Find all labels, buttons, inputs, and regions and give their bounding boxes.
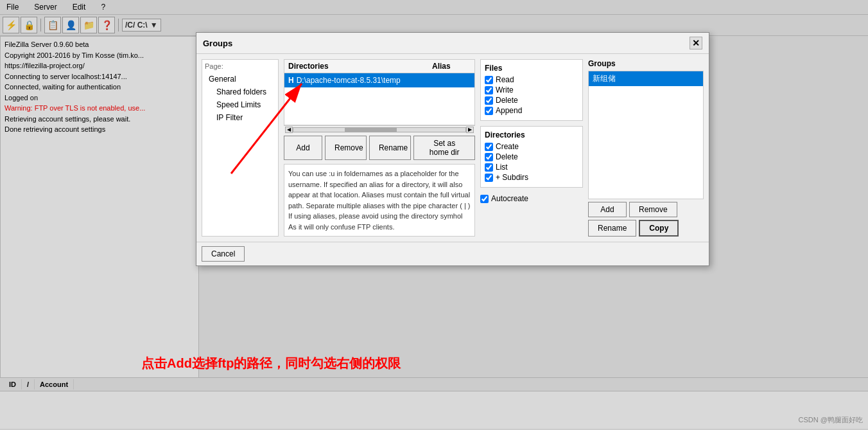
scrollbar-thumb bbox=[345, 128, 396, 132]
perms-panel: Files Read Write Delete Append bbox=[480, 59, 583, 237]
dir-col-alias-header: Alias bbox=[432, 62, 471, 71]
groups-buttons-row1: Add Remove bbox=[588, 202, 704, 217]
group-item-1[interactable]: 新组储 bbox=[589, 71, 703, 86]
perm-write-checkbox[interactable] bbox=[485, 86, 493, 94]
perm-delete-checkbox[interactable] bbox=[485, 96, 493, 105]
dir-scrollbar[interactable]: ◀ ▶ bbox=[284, 125, 475, 133]
dir-buttons: Add Remove Rename Set as home dir bbox=[284, 136, 475, 160]
scroll-right-arrow[interactable]: ▶ bbox=[466, 127, 474, 133]
nav-ip-filter[interactable]: IP Filter bbox=[205, 111, 275, 124]
files-perms-group: Files Read Write Delete Append bbox=[480, 59, 583, 121]
dir-row-1[interactable]: H D:\apache-tomcat-8.5.31\temp bbox=[284, 73, 474, 87]
groups-add-button[interactable]: Add bbox=[588, 202, 627, 217]
scroll-left-arrow[interactable]: ◀ bbox=[285, 127, 293, 133]
groups-buttons-row2: Rename Copy bbox=[588, 220, 704, 237]
nav-shared-folders-label: Shared folders bbox=[216, 87, 266, 96]
perm-delete: Delete bbox=[485, 96, 578, 105]
perm-autocreate: Autocreate bbox=[480, 194, 583, 203]
dialog-footer: Cancel bbox=[196, 242, 709, 265]
files-perms-title: Files bbox=[485, 64, 578, 73]
dir-set-home-button[interactable]: Set as home dir bbox=[413, 136, 475, 160]
nav-shared-folders[interactable]: Shared folders bbox=[205, 85, 275, 98]
dialog-close-button[interactable]: ✕ bbox=[690, 37, 702, 49]
perm-append-label: Append bbox=[496, 106, 522, 115]
groups-rename-button[interactable]: Rename bbox=[588, 220, 636, 237]
groups-dialog: Groups ✕ Page: General Shared folders Sp… bbox=[196, 32, 709, 266]
dir-rename-button[interactable]: Rename bbox=[369, 136, 411, 160]
dir-table-header: Directories Alias bbox=[284, 60, 474, 73]
perm-autocreate-checkbox[interactable] bbox=[480, 195, 489, 203]
perm-write: Write bbox=[485, 85, 578, 94]
page-label: Page: bbox=[205, 62, 275, 70]
nav-general-label: General bbox=[209, 75, 236, 84]
groups-list: 新组储 bbox=[588, 71, 704, 199]
dialog-body: Page: General Shared folders Speed Limit… bbox=[196, 54, 709, 242]
perm-read-label: Read bbox=[496, 75, 514, 84]
perm-dir-create-label: Create bbox=[496, 142, 519, 151]
dir-col-dir-header: Directories bbox=[288, 62, 432, 71]
perm-dir-create: Create bbox=[485, 142, 578, 151]
perm-append-checkbox[interactable] bbox=[485, 107, 493, 115]
dir-add-button[interactable]: Add bbox=[284, 136, 322, 160]
groups-panel: Groups 新组储 Add Remove Rename Copy bbox=[588, 59, 704, 237]
groups-remove-button[interactable]: Remove bbox=[629, 202, 677, 217]
dialog-title-label: Groups bbox=[203, 39, 232, 48]
perm-autocreate-label: Autocreate bbox=[491, 194, 528, 203]
perm-dir-subdirs-checkbox[interactable] bbox=[485, 174, 493, 182]
nav-panel: Page: General Shared folders Speed Limit… bbox=[202, 59, 279, 237]
groups-panel-title: Groups bbox=[588, 59, 704, 68]
dir-row-prefix: H bbox=[288, 76, 294, 85]
dir-hint-text: You can use :u in foldernames as a place… bbox=[288, 170, 471, 231]
nav-ip-filter-label: IP Filter bbox=[216, 113, 243, 122]
perm-dir-delete-checkbox[interactable] bbox=[485, 153, 493, 161]
scrollbar-track[interactable] bbox=[293, 127, 466, 132]
dir-remove-button[interactable]: Remove bbox=[325, 136, 367, 160]
perm-write-label: Write bbox=[496, 85, 514, 94]
perm-dir-create-checkbox[interactable] bbox=[485, 143, 493, 151]
perm-dir-list-label: List bbox=[496, 163, 508, 172]
chinese-annotation: 点击Add选择ftp的路径，同时勾选右侧的权限 bbox=[141, 355, 401, 372]
dir-table: Directories Alias H D:\apache-tomcat-8.5… bbox=[284, 59, 475, 125]
perm-read: Read bbox=[485, 75, 578, 84]
nav-speed-limits-label: Speed Limits bbox=[216, 100, 261, 109]
perm-dir-list-checkbox[interactable] bbox=[485, 163, 493, 172]
dialog-cancel-button[interactable]: Cancel bbox=[202, 246, 245, 262]
perm-dir-list: List bbox=[485, 163, 578, 172]
dir-hint: You can use :u in foldernames as a place… bbox=[284, 164, 475, 237]
nav-speed-limits[interactable]: Speed Limits bbox=[205, 98, 275, 111]
perm-dir-delete-label: Delete bbox=[496, 152, 518, 161]
perm-dir-subdirs: + Subdirs bbox=[485, 173, 578, 182]
perm-dir-delete: Delete bbox=[485, 152, 578, 161]
dir-panel: Directories Alias H D:\apache-tomcat-8.5… bbox=[284, 59, 475, 237]
perm-read-checkbox[interactable] bbox=[485, 76, 493, 84]
perm-dir-subdirs-label: + Subdirs bbox=[496, 173, 528, 182]
dialog-title-bar: Groups ✕ bbox=[196, 33, 709, 54]
perm-delete-label: Delete bbox=[496, 96, 518, 105]
perm-append: Append bbox=[485, 106, 578, 115]
dirs-perms-title: Directories bbox=[485, 130, 578, 139]
dir-row-path: D:\apache-tomcat-8.5.31\temp bbox=[297, 76, 401, 85]
nav-general[interactable]: General bbox=[205, 73, 275, 85]
groups-copy-button[interactable]: Copy bbox=[639, 220, 679, 237]
dirs-perms-group: Directories Create Delete List + Subdirs bbox=[480, 126, 583, 188]
